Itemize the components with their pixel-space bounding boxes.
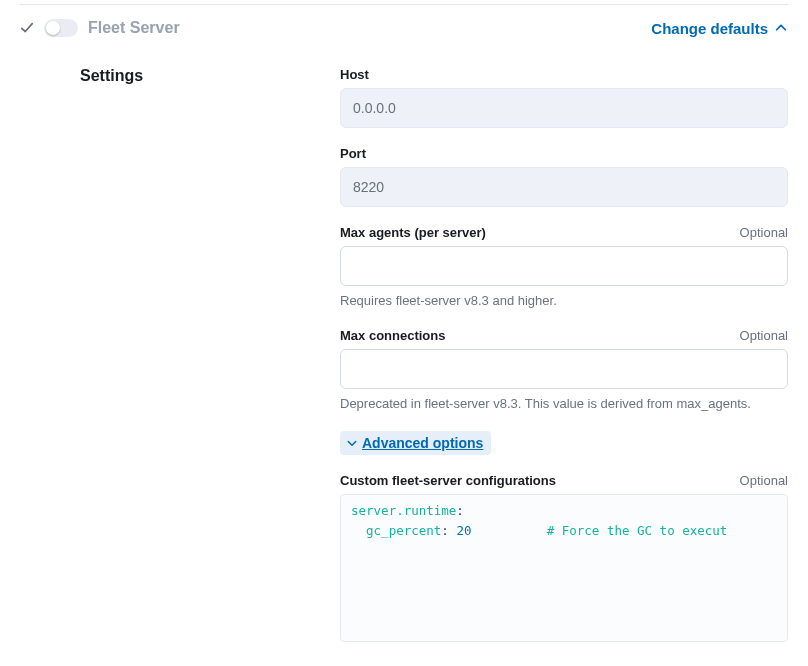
host-label: Host [340,67,369,82]
chevron-up-icon [774,21,788,35]
max-agents-input[interactable] [340,246,788,286]
port-input [340,167,788,207]
max-connections-label: Max connections [340,328,445,343]
optional-tag: Optional [740,225,788,240]
change-defaults-button[interactable]: Change defaults [651,20,788,37]
optional-tag: Optional [740,328,788,343]
settings-heading: Settings [80,67,340,85]
custom-config-label: Custom fleet-server configurations [340,473,556,488]
max-connections-input[interactable] [340,349,788,389]
max-agents-help: Requires fleet-server v8.3 and higher. [340,292,788,310]
port-label: Port [340,146,366,161]
max-connections-help: Deprecated in fleet-server v8.3. This va… [340,395,788,413]
advanced-options-label: Advanced options [362,435,483,451]
custom-config-editor[interactable]: server.runtime: gc_percent: 20 # Force t… [340,494,788,642]
chevron-down-icon [346,437,358,449]
advanced-options-toggle[interactable]: Advanced options [340,431,491,455]
max-agents-label: Max agents (per server) [340,225,486,240]
change-defaults-label: Change defaults [651,20,768,37]
section-header: Fleet Server Change defaults [20,5,788,43]
section-title: Fleet Server [88,19,180,37]
optional-tag: Optional [740,473,788,488]
host-input [340,88,788,128]
check-icon [20,21,34,35]
enable-toggle[interactable] [44,19,78,37]
